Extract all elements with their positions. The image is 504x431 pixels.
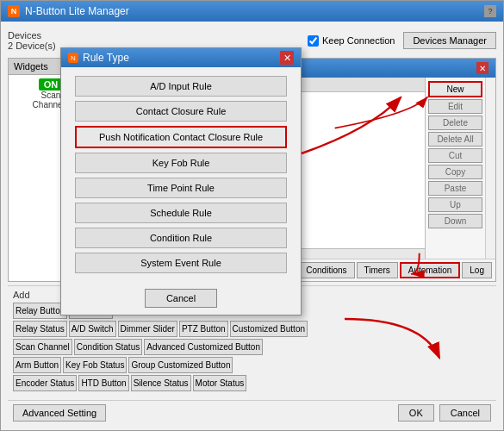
bottom-bar-left: Advanced Setting [13,404,106,422]
dialog-title: Rule Type [83,52,129,64]
delete-rule-button[interactable]: Delete [428,116,482,130]
rule-time-point[interactable]: Time Point Rule [75,178,287,198]
minimize-button[interactable]: ? [484,5,496,17]
add-relay-status-btn[interactable]: Relay Status [13,321,67,337]
rule-ad-input[interactable]: A/D Input Rule [75,76,287,97]
add-row-2: Relay Status A/D Switch Dimmer Slider PT… [13,321,491,337]
main-title: N-Button Lite Manager [25,5,129,17]
up-rule-button[interactable]: Up [428,197,482,212]
paste-rule-button[interactable]: Paste [428,181,482,196]
add-row-5: Encoder Status HTD Button Silence Status… [13,375,491,391]
add-silence-status-btn[interactable]: Silence Status [131,375,191,391]
devices-label: Devices [8,30,56,41]
auto-right-buttons: New Edit Delete Delete All Cut Copy Past… [425,78,485,259]
cancel-button[interactable]: Cancel [439,404,491,422]
rule-contact-closure[interactable]: Contact Closure Rule [75,101,287,122]
rule-system-event[interactable]: System Event Rule [75,253,287,273]
title-bar-left: N N-Button Lite Manager [8,5,129,17]
dialog-title-left: N Rule Type [68,52,129,64]
delete-all-rule-button[interactable]: Delete All [428,132,482,147]
add-motor-status-btn[interactable]: Motor Status [193,375,247,391]
dialog-title-bar: N Rule Type ✕ [61,48,301,67]
rule-schedule[interactable]: Schedule Rule [75,203,287,223]
add-relay-button-btn[interactable]: Relay Button [13,303,67,319]
devices-count: 2 Device(s) [8,41,56,51]
rule-condition[interactable]: Condition Rule [75,228,287,248]
add-condition-status-btn[interactable]: Condition Status [74,339,142,355]
add-row-4: Arm Button Key Fob Status Group Customiz… [13,357,491,373]
devices-info: Devices 2 Device(s) [8,30,56,51]
down-rule-button[interactable]: Down [428,214,482,228]
edit-rule-button[interactable]: Edit [428,99,482,114]
vert-scroll[interactable] [485,78,495,259]
add-arm-button-btn[interactable]: Arm Button [13,357,61,373]
keep-connection-label[interactable]: Keep Connection [308,35,395,47]
bottom-bar-right: OK Cancel [398,404,491,422]
tab-log[interactable]: Log [462,262,492,278]
rule-key-fob[interactable]: Key Fob Rule [75,153,287,173]
copy-rule-button[interactable]: Copy [428,165,482,179]
rule-dialog-cancel-button[interactable]: Cancel [145,289,217,308]
add-dimmer-slider-btn[interactable]: Dimmer Slider [118,321,177,337]
add-ad-switch-btn[interactable]: A/D Switch [69,321,116,337]
devices-right: Keep Connection Devices Manager [308,32,496,49]
tab-automation[interactable]: Automation [400,262,461,278]
cut-rule-button[interactable]: Cut [428,148,482,163]
add-group-customized-btn[interactable]: Group Customized Button [128,357,233,373]
app-icon: N [8,5,20,17]
dialog-body: A/D Input Rule Contact Closure Rule Push… [61,67,301,282]
dialog-title-icon: N [68,53,78,63]
add-encoder-status-btn[interactable]: Encoder Status [13,375,77,391]
dialog-footer: Cancel [61,282,301,315]
automation-close-button[interactable]: ✕ [476,62,488,74]
advanced-setting-button[interactable]: Advanced Setting [13,404,106,422]
rule-type-dialog: N Rule Type ✕ A/D Input Rule Contact Clo… [60,47,302,315]
dialog-close-button[interactable]: ✕ [280,51,294,65]
keep-connection-checkbox[interactable] [308,35,319,47]
widget-status-badge: ON [39,78,64,91]
title-bar-controls: ? [484,5,496,17]
keep-connection-text: Keep Connection [322,35,395,46]
ok-button[interactable]: OK [398,404,434,422]
tab-conditions[interactable]: Conditions [298,262,354,278]
add-advanced-customized-btn[interactable]: Advanced Customized Button [144,339,263,355]
new-rule-button[interactable]: New [428,81,482,97]
bottom-bar: Advanced Setting OK Cancel [8,400,496,425]
add-customized-button-btn[interactable]: Customized Button [230,321,308,337]
tab-timers[interactable]: Timers [357,262,398,278]
add-ptz-button-btn[interactable]: PTZ Button [179,321,228,337]
devices-manager-button[interactable]: Devices Manager [403,32,496,49]
add-row-3: Scan Channel Condition Status Advanced C… [13,339,491,355]
add-scan-channel-btn[interactable]: Scan Channel [13,339,72,355]
add-htd-button-btn[interactable]: HTD Button [78,375,128,391]
add-key-fob-status-btn[interactable]: Key Fob Status [63,357,127,373]
main-title-bar: N N-Button Lite Manager ? [1,1,503,22]
rule-push-notification[interactable]: Push Notification Contact Closure Rule [75,126,287,148]
